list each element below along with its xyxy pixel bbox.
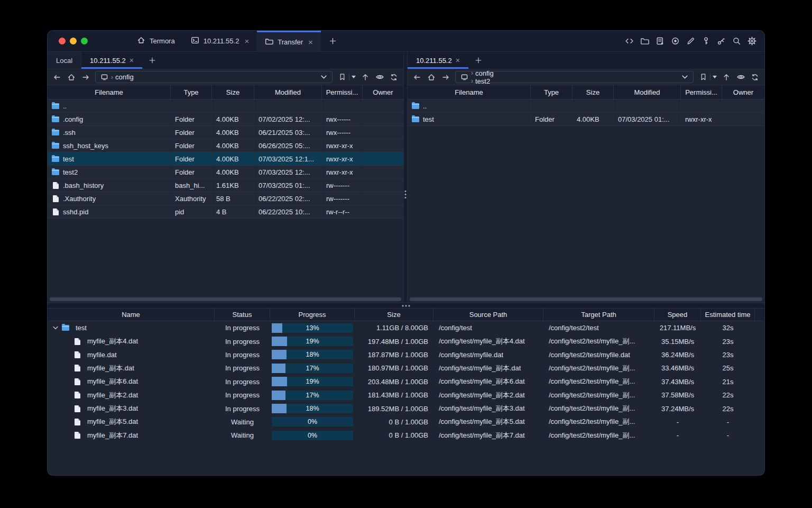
tab-transfer[interactable]: Transfer × <box>257 31 321 51</box>
expand-chevron-icon[interactable] <box>52 324 59 332</box>
transfer-row[interactable]: myfile_副本3.dat In progress 18% 189.52MB … <box>48 402 764 415</box>
size-cell: 4.00KB <box>573 113 614 125</box>
file-row[interactable]: test Folder 4.00KB 07/03/2025 12:1... rw… <box>48 152 403 166</box>
breadcrumb-segment[interactable]: › test2 <box>471 77 494 85</box>
new-tab-button[interactable] <box>321 31 345 51</box>
tab-remote-host[interactable]: 10.211.55.2 × <box>81 52 142 69</box>
tab-remote-host[interactable]: 10.211.55.2 × <box>408 52 468 69</box>
forward-icon[interactable] <box>441 72 450 82</box>
new-panel-tab-button[interactable] <box>468 52 488 69</box>
close-tab-icon[interactable]: × <box>456 56 460 65</box>
progress-label: 0% <box>272 431 353 440</box>
file-row[interactable]: ssh_host_keys Folder 4.00KB 06/26/2025 0… <box>48 139 403 152</box>
column-header[interactable]: Owner <box>722 85 764 99</box>
new-panel-tab-button[interactable] <box>142 52 162 69</box>
close-tab-icon[interactable]: × <box>308 38 313 47</box>
chevron-down-icon[interactable] <box>319 72 328 82</box>
column-header[interactable]: Size <box>573 85 614 99</box>
keychain-icon[interactable] <box>716 37 726 46</box>
file-row[interactable]: .config Folder 4.00KB 07/02/2025 12:... … <box>48 113 403 126</box>
column-header[interactable]: Type <box>531 85 573 99</box>
upload-icon[interactable] <box>722 72 731 82</box>
transfer-row[interactable]: myfile_副本5.dat Waiting 0% 0 B / 1.00GB /… <box>48 415 764 429</box>
back-icon[interactable] <box>52 72 62 82</box>
transfer-row[interactable]: myfile.dat In progress 18% 187.87MB / 1.… <box>48 348 764 361</box>
tab-host[interactable]: 10.211.55.2 × <box>183 31 257 51</box>
code-icon[interactable] <box>624 37 634 46</box>
bookmark-dropdown-icon[interactable] <box>352 76 356 78</box>
minimize-window-button[interactable] <box>70 38 77 44</box>
transfer-row[interactable]: myfile_副本2.dat In progress 17% 181.43MB … <box>48 388 764 402</box>
file-row[interactable]: .bash_history bash_hi... 1.61KB 07/03/20… <box>48 179 403 192</box>
transfer-row[interactable]: myfile_副本7.dat Waiting 0% 0 B / 1.00GB /… <box>48 429 764 442</box>
folder-icon[interactable] <box>640 37 649 46</box>
transfer-splitter[interactable] <box>48 303 764 309</box>
edit-icon[interactable] <box>686 37 695 46</box>
breadcrumb-segment[interactable]: › config <box>111 73 134 81</box>
transfer-row[interactable]: test In progress 13% 1.11GB / 8.00GB /co… <box>48 321 764 334</box>
home-icon[interactable] <box>67 72 76 82</box>
file-row[interactable]: sshd.pid pid 4 B 06/22/2025 10:... rw-r-… <box>48 205 403 219</box>
horizontal-scrollbar[interactable] <box>50 297 401 301</box>
column-header[interactable]: Filename <box>48 85 171 99</box>
bookmark-dropdown-icon[interactable] <box>713 76 717 78</box>
size-cell <box>212 99 254 112</box>
column-header[interactable]: Permissi... <box>681 85 722 99</box>
panel-divider[interactable] <box>403 52 408 303</box>
horizontal-scrollbar[interactable] <box>410 297 762 301</box>
forward-icon[interactable] <box>81 72 90 82</box>
refresh-icon[interactable] <box>750 72 760 82</box>
size-cell: 1.11GB / 8.00GB <box>355 321 433 334</box>
column-header[interactable]: Modified <box>254 85 322 99</box>
bookmark-icon[interactable] <box>337 72 347 82</box>
chevron-down-icon[interactable] <box>680 72 689 82</box>
close-tab-icon[interactable]: × <box>244 37 249 46</box>
column-header[interactable]: Size <box>212 85 254 99</box>
breadcrumb[interactable]: › config › test2 <box>455 71 694 83</box>
right-panel-toolbar: › config › test2 <box>408 69 764 85</box>
refresh-icon[interactable] <box>389 72 399 82</box>
transfer-row[interactable]: myfile_副本4.dat In progress 19% 197.48MB … <box>48 334 764 348</box>
record-icon[interactable] <box>670 37 680 46</box>
file-row[interactable]: test Folder 4.00KB 07/03/2025 01:... rwx… <box>408 113 764 126</box>
log-icon[interactable] <box>655 37 665 46</box>
close-tab-icon[interactable]: × <box>130 56 134 65</box>
file-row[interactable]: test2 Folder 4.00KB 07/03/2025 12:... rw… <box>48 166 403 179</box>
column-header[interactable]: Target Path <box>543 309 654 321</box>
file-row[interactable]: .. <box>48 99 403 113</box>
column-header[interactable]: Source Path <box>433 309 543 321</box>
column-header[interactable]: Progress <box>270 309 355 321</box>
bookmark-icon[interactable] <box>698 72 708 82</box>
column-header[interactable]: Status <box>215 309 270 321</box>
file-row[interactable]: .Xauthority Xauthority 58 B 06/22/2025 0… <box>48 192 403 205</box>
tab-local[interactable]: Local <box>48 52 81 69</box>
search-icon[interactable] <box>732 37 741 46</box>
column-header[interactable]: Permissi... <box>322 85 363 99</box>
show-hidden-icon[interactable] <box>736 72 745 82</box>
key-icon[interactable] <box>701 37 710 46</box>
column-header[interactable]: Speed <box>654 309 701 321</box>
upload-icon[interactable] <box>361 72 370 82</box>
back-icon[interactable] <box>412 72 422 82</box>
home-icon[interactable] <box>427 72 436 82</box>
title-bar: Termora 10.211.55.2 × Transfer × <box>48 31 764 52</box>
transfer-row[interactable]: myfile_副本.dat In progress 17% 180.97MB /… <box>48 361 764 375</box>
column-header[interactable]: Size <box>355 309 433 321</box>
column-header[interactable]: Filename <box>408 85 531 99</box>
close-window-button[interactable] <box>59 38 66 44</box>
column-header[interactable]: Name <box>48 309 215 321</box>
zoom-window-button[interactable] <box>81 38 88 44</box>
column-header[interactable]: Owner <box>363 85 403 99</box>
file-row[interactable]: .ssh Folder 4.00KB 06/21/2025 03:... rwx… <box>48 126 403 139</box>
tab-termora[interactable]: Termora <box>129 31 183 51</box>
column-header[interactable]: Estimated time <box>701 309 755 321</box>
column-header[interactable]: Modified <box>614 85 681 99</box>
transfer-row[interactable]: myfile_副本6.dat In progress 19% 203.48MB … <box>48 375 764 388</box>
breadcrumb[interactable]: › config <box>95 71 333 83</box>
show-hidden-icon[interactable] <box>375 72 384 82</box>
breadcrumb-segment[interactable]: › config <box>471 69 494 77</box>
file-row[interactable]: .. <box>408 99 764 113</box>
size-cell: 4.00KB <box>212 166 254 178</box>
column-header[interactable]: Type <box>171 85 212 99</box>
settings-icon[interactable] <box>747 37 756 46</box>
